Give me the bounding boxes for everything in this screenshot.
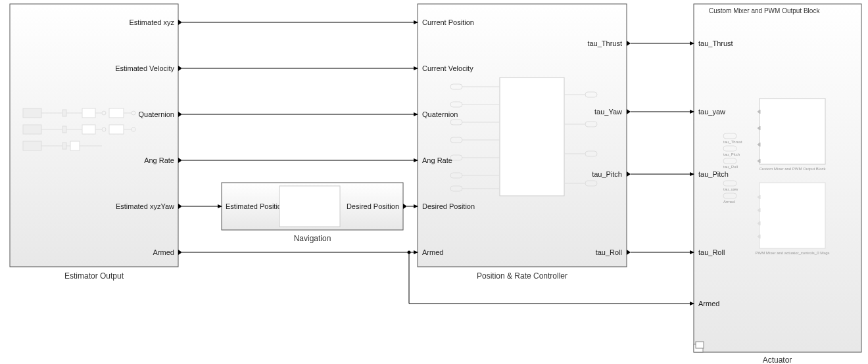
svg-rect-15 [70,141,80,150]
port-quaternion: Quaternion [139,110,174,118]
block-navigation[interactable]: Navigation Estimated Position & Yaw Desi… [222,183,407,243]
svg-rect-29 [500,78,564,196]
svg-rect-63 [760,99,825,164]
port-in-thrust: tau_Thrust [698,39,733,47]
port-in-roll: tau_Roll [698,248,725,256]
controller-label: Position & Rate Controller [477,271,567,281]
svg-rect-65 [760,183,825,248]
port-in-armed: Armed [698,300,719,307]
port-tau-pitch: tau_Pitch [592,170,622,178]
svg-text:tau_yaw: tau_yaw [723,187,738,191]
svg-text:Custom Mixer and PWM Output Bl: Custom Mixer and PWM Output Block [759,167,826,171]
port-tau-roll: tau_Roll [596,248,622,256]
svg-text:tau_Pitch: tau_Pitch [723,152,740,156]
svg-text:tau_Roll: tau_Roll [723,165,738,169]
port-curpos: Current Position [422,18,474,26]
block-actuator[interactable]: Actuator Custom Mixer and PWM Output Blo… [694,4,861,364]
port-in-pitch: tau_Pitch [698,170,729,178]
port-curvel: Current Velocity [422,64,473,72]
port-ang-rate: Ang Rate [144,156,174,164]
svg-rect-3 [23,141,41,150]
port-estimated-vel: Estimated Velocity [115,64,174,72]
svg-rect-22 [109,125,124,134]
port-estimated-yaw: Estimated xyzYaw [116,202,174,210]
port-in-yaw: tau_yaw [698,108,725,116]
port-nav-out: Desired Position [347,202,399,210]
port-estimated-xyz: Estimated xyz [130,18,175,26]
port-quat-in: Quaternion [422,110,458,118]
navigation-inner [279,186,340,227]
navigation-label: Navigation [294,234,331,243]
port-armed: Armed [153,248,174,256]
simulink-diagram[interactable]: Estimator Output Estimated xyz Estimated… [0,0,868,364]
actuator-label: Actuator [763,355,792,364]
svg-text:tau_Thrust: tau_Thrust [723,140,742,144]
svg-rect-14 [82,125,95,134]
svg-rect-21 [109,108,124,118]
port-armed-in: Armed [422,248,443,256]
svg-text:PWM Mixer and actuator_control: PWM Mixer and actuator_controls_0 Msgs [755,251,829,255]
svg-rect-0 [10,4,178,267]
block-estimator-output[interactable]: Estimator Output Estimated xyz Estimated… [10,4,182,281]
port-ang-in: Ang Rate [422,156,452,164]
svg-rect-9 [62,143,66,149]
actuator-title: Custom Mixer and PWM Output Block [709,7,820,14]
svg-rect-2 [23,125,41,134]
block-controller[interactable]: Position & Rate Controller Current Posit… [418,4,631,281]
svg-rect-7 [62,110,66,116]
port-tau-yaw: tau_Yaw [594,108,622,116]
port-despos: Desired Position [422,202,475,210]
svg-rect-1 [23,108,41,118]
svg-rect-68 [696,342,704,348]
svg-rect-13 [82,108,95,118]
estimator-label: Estimator Output [64,271,124,281]
port-tau-thrust: tau_Thrust [587,39,622,47]
svg-rect-8 [62,126,66,133]
svg-text:Armed: Armed [723,200,735,204]
